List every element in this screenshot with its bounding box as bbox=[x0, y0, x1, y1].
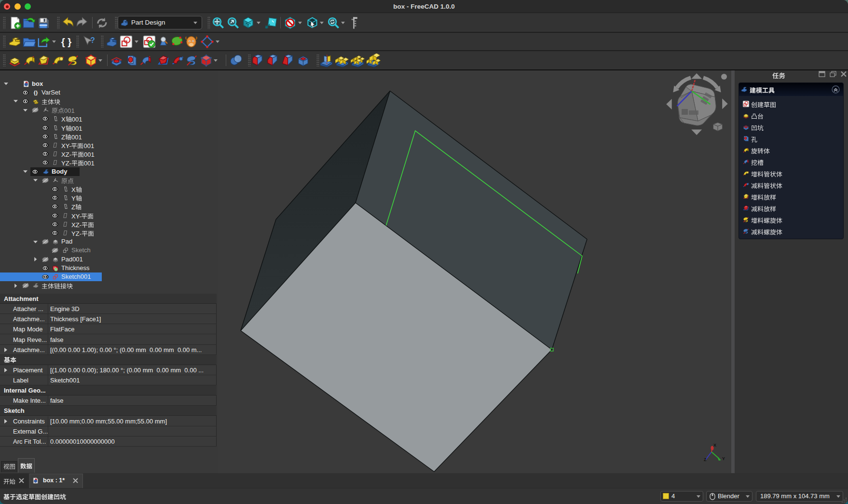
svg-text:?: ? bbox=[90, 36, 95, 44]
svg-text:{ }: { } bbox=[61, 36, 71, 47]
svg-text:Z: Z bbox=[704, 457, 707, 462]
svg-text:{}: {} bbox=[34, 90, 38, 95]
svg-text:X: X bbox=[713, 443, 716, 448]
svg-text:Y: Y bbox=[722, 456, 725, 461]
